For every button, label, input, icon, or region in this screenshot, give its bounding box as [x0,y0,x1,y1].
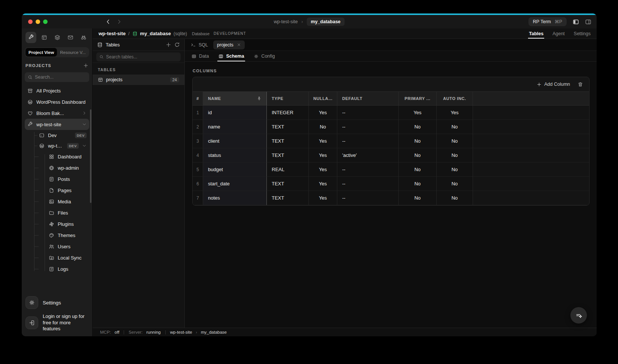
schema-cell-auto-inc[interactable]: No [437,177,473,191]
toggle-right-panel-icon[interactable] [585,19,591,25]
schema-cell-name[interactable]: client [203,134,267,148]
sidebar-item-wp-test-site[interactable]: wp-test-site [25,119,89,130]
schema-cell-default[interactable]: -- [337,163,399,177]
breadcrumb-project[interactable]: wp-test-site [274,19,298,24]
back-icon[interactable] [105,19,111,25]
schema-cell-type[interactable]: INTEGER [267,106,309,120]
sidebar-tool-layers[interactable] [52,32,63,43]
delete-column-icon[interactable] [578,82,583,87]
terminal-button[interactable]: RP Term ⌘P [528,17,567,26]
zoom-window-button[interactable] [43,19,48,24]
sidebar-search-input[interactable] [35,75,86,80]
status-project[interactable]: wp-test-site [170,330,192,334]
schema-cell-type[interactable]: TEXT [267,177,309,191]
schema-header-name[interactable]: NAME [203,92,267,106]
add-table-icon[interactable] [166,42,171,48]
schema-cell-auto-inc[interactable]: No [437,163,473,177]
breadcrumb-database[interactable]: my_database [307,18,344,26]
schema-cell-default[interactable]: -- [337,106,399,120]
schema-cell-primary[interactable]: No [399,163,437,177]
schema-cell-type[interactable]: REAL [267,163,309,177]
schema-header-primary[interactable]: PRIMARY ... [399,92,437,106]
sidebar-tool-wrench[interactable] [25,32,36,43]
tab-project-view[interactable]: Project View [25,48,57,57]
sidebar-login[interactable]: Login or sign up for free for more featu… [25,313,89,332]
schema-cell-default[interactable]: 'active' [337,148,399,163]
schema-cell-nulla[interactable]: Yes [309,191,337,205]
schema-cell-primary[interactable]: Yes [399,106,437,120]
sql-tab[interactable]: SQL [191,42,208,48]
schema-cell-nulla[interactable]: No [309,120,337,134]
tab-config[interactable]: Config [254,51,275,61]
chev-down-icon[interactable] [82,122,87,127]
toggle-left-panel-icon[interactable] [573,19,579,25]
tab-resource-view[interactable]: Resource V... [57,48,89,57]
open-table-tab[interactable]: projects [213,40,245,49]
schema-cell-name[interactable]: start_date [203,177,267,191]
refresh-tables-icon[interactable] [174,42,180,48]
schema-cell-auto-inc[interactable]: No [437,120,473,134]
login-button[interactable] [25,316,38,329]
pin-icon[interactable] [257,96,262,101]
schema-header-nulla[interactable]: NULLA... [309,92,337,106]
sidebar-item-wordpress-dashboard[interactable]: WordPress Dashboard [25,96,89,107]
schema-cell-type[interactable]: TEXT [267,120,309,134]
settings-button[interactable] [25,296,38,309]
schema-cell-type[interactable]: TEXT [267,191,309,205]
schema-cell-nulla[interactable]: Yes [309,177,337,191]
schema-cell-auto-inc[interactable]: No [437,134,473,148]
tab-schema[interactable]: Schema [218,51,244,61]
schema-cell-nulla[interactable]: Yes [309,148,337,163]
header-project[interactable]: wp-test-site [99,31,126,36]
tab-tables[interactable]: Tables [529,28,543,39]
schema-cell-name[interactable]: budget [203,163,267,177]
sidebar-tool-binoculars[interactable] [78,32,89,43]
schema-cell-name[interactable]: notes [203,191,267,205]
schema-cell-primary[interactable]: No [399,191,437,205]
schema-cell-auto-inc[interactable]: No [437,148,473,163]
schema-cell-nulla[interactable]: Yes [309,134,337,148]
chev-down-icon[interactable] [82,143,87,148]
schema-header-[interactable]: # [193,92,203,106]
status-database[interactable]: my_database [201,330,227,334]
schema-header-type[interactable]: TYPE [267,92,309,106]
sidebar-tool-layout[interactable] [39,32,49,43]
table-list-item-projects[interactable]: projects24 [93,75,184,85]
sidebar-settings[interactable]: Settings [25,296,89,309]
schema-cell-default[interactable]: -- [337,134,399,148]
add-project-icon[interactable] [83,63,88,68]
schema-cell-primary[interactable]: No [399,148,437,163]
schema-cell-primary[interactable]: No [399,134,437,148]
schema-cell-nulla[interactable]: Yes [309,163,337,177]
sidebar-scrollbar[interactable] [90,109,91,203]
schema-cell-type[interactable]: TEXT [267,134,309,148]
add-column-button[interactable]: Add Column [537,82,570,87]
schema-cell-name[interactable]: id [203,106,267,120]
tab-settings[interactable]: Settings [574,28,591,39]
schema-cell-type[interactable]: TEXT [267,148,309,163]
schema-cell-name[interactable]: name [203,120,267,134]
tab-agent[interactable]: Agent [552,28,565,39]
ai-actions-button[interactable] [570,307,587,324]
schema-cell-auto-inc[interactable]: Yes [437,106,473,120]
schema-cell-nulla[interactable]: Yes [309,106,337,120]
sidebar-item-all-projects[interactable]: All Projects [25,85,89,96]
tab-data[interactable]: Data [192,51,209,61]
schema-cell-auto-inc[interactable]: No [437,191,473,205]
schema-cell-default[interactable]: -- [337,191,399,205]
schema-cell-name[interactable]: status [203,148,267,163]
schema-header-default[interactable]: DEFAULT [337,92,399,106]
chev-right-icon[interactable] [82,111,87,115]
header-database[interactable]: my_database [140,31,171,36]
minimize-window-button[interactable] [36,19,40,24]
schema-header-auto-inc[interactable]: AUTO INC. [437,92,473,106]
close-window-button[interactable] [28,19,33,24]
sidebar-tool-mail[interactable] [65,32,76,43]
schema-cell-primary[interactable]: No [399,120,437,134]
schema-cell-default[interactable]: -- [337,177,399,191]
schema-cell-primary[interactable]: No [399,177,437,191]
forward-icon[interactable] [116,19,122,25]
close-tab-icon[interactable] [237,43,241,47]
sidebar-item-bloom-bak[interactable]: Bloom Bak... [25,107,89,119]
schema-cell-default[interactable]: -- [337,120,399,134]
